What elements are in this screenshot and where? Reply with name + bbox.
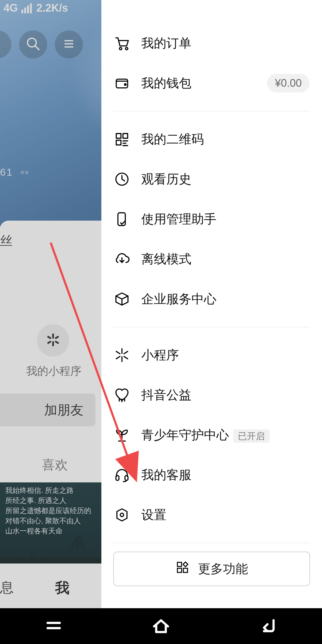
svg-marker-42	[117, 509, 127, 521]
svg-point-21	[124, 84, 126, 86]
system-nav-bar	[0, 608, 322, 644]
side-menu: 我的订单 我的钱包 ¥0.00 我的二维码 观看历史 使用管理助手	[101, 0, 322, 608]
menu-label: 小程序	[141, 347, 322, 363]
svg-line-32	[116, 352, 120, 354]
svg-point-43	[120, 513, 123, 516]
recents-button[interactable]	[43, 615, 64, 637]
menu-item-charity[interactable]: 抖音公益	[101, 375, 322, 415]
svg-line-33	[124, 357, 128, 359]
menu-item-youth[interactable]: 青少年守护中心已开启	[101, 415, 322, 455]
menu-label: 抖音公益	[141, 387, 322, 403]
grid-plus-icon	[175, 560, 190, 578]
menu-item-assistant[interactable]: 使用管理助手	[101, 199, 322, 239]
headset-icon	[113, 466, 131, 484]
menu-label: 我的钱包	[141, 75, 267, 92]
svg-line-35	[116, 357, 120, 359]
menu-item-offline[interactable]: 离线模式	[101, 239, 322, 279]
menu-label: 我的客服	[141, 467, 322, 483]
more-label: 更多功能	[198, 561, 248, 577]
svg-marker-47	[183, 562, 188, 567]
menu-label: 我的订单	[141, 35, 322, 52]
cloud-download-icon	[113, 250, 131, 268]
menu-item-support[interactable]: 我的客服	[101, 455, 322, 495]
menu-item-qr[interactable]: 我的二维码	[101, 119, 322, 159]
more-functions-button[interactable]: 更多功能	[113, 552, 310, 586]
menu-label: 青少年守护中心已开启	[141, 427, 322, 443]
menu-item-history[interactable]: 观看历史	[101, 159, 322, 199]
menu-label: 使用管理助手	[141, 211, 322, 227]
settings-icon	[113, 506, 131, 524]
menu-label: 企业服务中心	[141, 291, 322, 307]
clock-icon	[113, 171, 131, 188]
spark-icon	[113, 346, 131, 364]
svg-rect-40	[116, 476, 119, 480]
menu-item-miniapp[interactable]: 小程序	[101, 335, 322, 375]
svg-point-19	[126, 47, 128, 50]
menu-item-wallet[interactable]: 我的钱包 ¥0.00	[101, 63, 322, 103]
sprout-icon	[113, 426, 131, 444]
home-button[interactable]	[151, 615, 171, 637]
svg-rect-24	[116, 140, 121, 145]
svg-line-34	[124, 352, 128, 354]
cart-icon	[113, 35, 131, 52]
cube-icon	[113, 290, 131, 308]
heart-icon	[113, 386, 131, 404]
svg-rect-41	[125, 476, 128, 480]
menu-label: 我的二维码	[141, 131, 322, 148]
svg-rect-23	[123, 134, 128, 138]
menu-label: 离线模式	[141, 251, 322, 267]
phone-check-icon	[113, 210, 131, 228]
menu-item-enterprise[interactable]: 企业服务中心	[101, 279, 322, 319]
svg-point-18	[120, 47, 122, 50]
svg-rect-45	[177, 568, 182, 572]
svg-rect-46	[183, 568, 188, 572]
menu-label: 观看历史	[141, 171, 322, 188]
wallet-icon	[113, 75, 131, 92]
svg-rect-22	[116, 134, 121, 138]
wallet-balance-badge: ¥0.00	[267, 74, 309, 92]
menu-item-orders[interactable]: 我的订单	[101, 23, 322, 63]
back-button[interactable]	[258, 615, 279, 637]
svg-rect-44	[177, 562, 182, 566]
qr-icon	[113, 131, 131, 148]
youth-enabled-tag: 已开启	[233, 429, 270, 443]
menu-label: 设置	[141, 507, 322, 523]
menu-item-settings[interactable]: 设置	[101, 495, 322, 535]
